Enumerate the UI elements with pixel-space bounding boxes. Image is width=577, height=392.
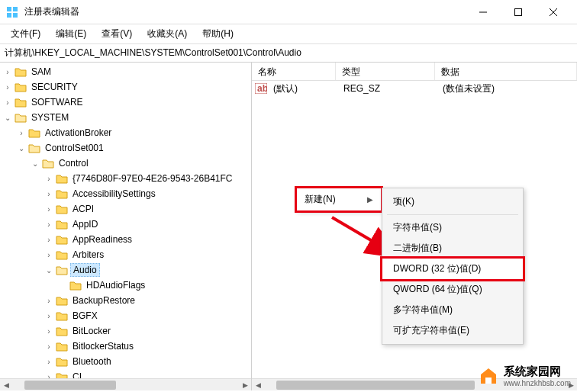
tree-item[interactable]: ›AppID bbox=[0, 217, 251, 232]
chevron-icon[interactable]: › bbox=[44, 190, 53, 198]
tree-item[interactable]: HDAudioFlags bbox=[0, 278, 251, 293]
watermark-icon bbox=[478, 365, 499, 387]
tree-label: SAM bbox=[29, 66, 53, 78]
watermark-text: 系统家园网 bbox=[504, 365, 561, 378]
chevron-icon[interactable] bbox=[58, 281, 67, 290]
tree-label: BitLocker bbox=[70, 325, 113, 337]
tree-label: AppReadiness bbox=[70, 233, 134, 246]
tree-item[interactable]: ›ActivationBroker bbox=[0, 125, 251, 140]
scroll-thumb[interactable] bbox=[276, 381, 475, 390]
tree-item[interactable]: ⌄Audio bbox=[0, 262, 251, 278]
tree-label: ControlSet001 bbox=[43, 142, 106, 154]
chevron-icon[interactable]: › bbox=[44, 342, 53, 351]
tree-label: Bluetooth bbox=[70, 355, 114, 368]
chevron-icon[interactable]: › bbox=[44, 251, 53, 259]
chevron-icon[interactable]: › bbox=[44, 312, 53, 320]
menubar: 文件(F) 编辑(E) 查看(V) 收藏夹(A) 帮助(H) bbox=[0, 24, 577, 44]
tree-item[interactable]: ›BGFX bbox=[0, 308, 251, 323]
chevron-icon[interactable]: › bbox=[44, 297, 53, 305]
context-menu: 新建(N) ▶ bbox=[296, 188, 382, 211]
menu-favorites[interactable]: 收藏夹(A) bbox=[140, 24, 195, 43]
string-value-icon: ab bbox=[255, 83, 267, 94]
svg-rect-5 bbox=[515, 8, 522, 15]
svg-rect-11 bbox=[485, 378, 492, 384]
ctx-new[interactable]: 新建(N) ▶ bbox=[295, 186, 383, 213]
tree-item[interactable]: ⌄Control bbox=[0, 156, 251, 171]
tree-item[interactable]: ›BitLocker bbox=[0, 323, 251, 339]
tree-label: SECURITY bbox=[29, 81, 80, 93]
chevron-icon[interactable]: › bbox=[44, 220, 53, 229]
list-row[interactable]: ab (默认) REG_SZ (数值未设置) bbox=[252, 81, 577, 96]
ctx-multistring[interactable]: 多字符串值(M) bbox=[382, 300, 523, 320]
tree-item[interactable]: ›BackupRestore bbox=[0, 293, 251, 308]
ctx-expandstring[interactable]: 可扩充字符串值(E) bbox=[382, 320, 523, 341]
scroll-left-icon[interactable]: ◀ bbox=[252, 379, 264, 391]
menu-view[interactable]: 查看(V) bbox=[94, 24, 140, 43]
tree-item[interactable]: ⌄SYSTEM bbox=[0, 110, 251, 125]
scroll-thumb[interactable] bbox=[24, 381, 116, 390]
watermark: 系统家园网 www.hnzkhbsb.com bbox=[478, 365, 571, 387]
chevron-icon[interactable]: ⌄ bbox=[31, 159, 40, 168]
chevron-icon[interactable]: › bbox=[17, 129, 26, 137]
value-type: REG_SZ bbox=[337, 82, 437, 95]
ctx-dword[interactable]: DWORD (32 位)值(D) bbox=[380, 256, 525, 281]
scroll-left-icon[interactable]: ◀ bbox=[0, 379, 12, 391]
chevron-icon[interactable]: › bbox=[44, 327, 53, 336]
chevron-icon[interactable]: › bbox=[3, 83, 12, 92]
tree-item[interactable]: ›SECURITY bbox=[0, 79, 251, 95]
ctx-string[interactable]: 字符串值(S) bbox=[382, 217, 523, 238]
col-type[interactable]: 类型 bbox=[336, 63, 435, 80]
tree-item[interactable]: ›AppReadiness bbox=[0, 232, 251, 247]
chevron-icon[interactable]: › bbox=[44, 236, 53, 244]
app-icon bbox=[6, 6, 18, 18]
separator bbox=[387, 214, 518, 215]
tree-item[interactable]: ›SOFTWARE bbox=[0, 95, 251, 110]
menu-file[interactable]: 文件(F) bbox=[3, 24, 48, 43]
ctx-qword[interactable]: QWORD (64 位)值(Q) bbox=[382, 279, 523, 300]
tree-hscroll[interactable]: ◀ ▶ bbox=[0, 378, 251, 390]
tree-label: SYSTEM bbox=[29, 111, 71, 124]
tree-item[interactable]: ›Bluetooth bbox=[0, 354, 251, 369]
tree-label: Control bbox=[56, 157, 91, 169]
svg-rect-0 bbox=[7, 7, 11, 11]
tree-label: Arbiters bbox=[70, 249, 106, 261]
ctx-binary[interactable]: 二进制值(B) bbox=[382, 238, 523, 259]
value-data: (数值未设置) bbox=[437, 82, 577, 96]
ctx-new-label: 新建(N) bbox=[305, 193, 336, 206]
tree-item[interactable]: ›Arbiters bbox=[0, 247, 251, 262]
tree-label: ACPI bbox=[70, 203, 96, 215]
svg-text:ab: ab bbox=[257, 83, 267, 94]
chevron-icon[interactable]: › bbox=[44, 358, 53, 366]
svg-rect-1 bbox=[13, 7, 18, 11]
tree-item[interactable]: ›ACPI bbox=[0, 201, 251, 217]
tree-item[interactable]: ›{7746D80F-97E0-4E26-9543-26B41FC bbox=[0, 171, 251, 186]
chevron-icon[interactable]: › bbox=[3, 98, 12, 107]
col-name[interactable]: 名称 bbox=[252, 63, 336, 80]
chevron-icon[interactable]: ⌄ bbox=[17, 144, 26, 153]
maximize-button[interactable] bbox=[501, 0, 536, 24]
chevron-icon[interactable]: › bbox=[3, 68, 12, 76]
watermark-url: www.hnzkhbsb.com bbox=[504, 379, 571, 387]
menu-edit[interactable]: 编辑(E) bbox=[48, 24, 94, 43]
tree-label: HDAudioFlags bbox=[84, 279, 147, 291]
svg-rect-3 bbox=[13, 13, 18, 18]
tree-item[interactable]: ›SAM bbox=[0, 64, 251, 79]
minimize-button[interactable] bbox=[466, 0, 501, 24]
chevron-icon[interactable]: › bbox=[44, 175, 53, 183]
ctx-key[interactable]: 项(K) bbox=[382, 191, 523, 212]
col-data[interactable]: 数据 bbox=[435, 63, 577, 80]
tree-item[interactable]: ⌄ControlSet001 bbox=[0, 140, 251, 156]
chevron-icon[interactable]: ⌄ bbox=[44, 266, 53, 275]
chevron-icon[interactable]: › bbox=[44, 205, 53, 214]
registry-tree[interactable]: ›SAM›SECURITY›SOFTWARE⌄SYSTEM›Activation… bbox=[0, 63, 251, 390]
menu-help[interactable]: 帮助(H) bbox=[195, 24, 241, 43]
scroll-right-icon[interactable]: ▶ bbox=[239, 379, 251, 391]
context-submenu: 项(K) 字符串值(S) 二进制值(B) DWORD (32 位)值(D) QW… bbox=[382, 188, 524, 345]
svg-rect-2 bbox=[7, 13, 11, 18]
close-button[interactable] bbox=[536, 0, 571, 24]
chevron-icon[interactable]: ⌄ bbox=[3, 114, 12, 122]
tree-item[interactable]: ›AccessibilitySettings bbox=[0, 186, 251, 201]
tree-item[interactable]: ›BitlockerStatus bbox=[0, 339, 251, 354]
address-input[interactable] bbox=[5, 48, 572, 59]
tree-label: AccessibilitySettings bbox=[70, 188, 158, 200]
